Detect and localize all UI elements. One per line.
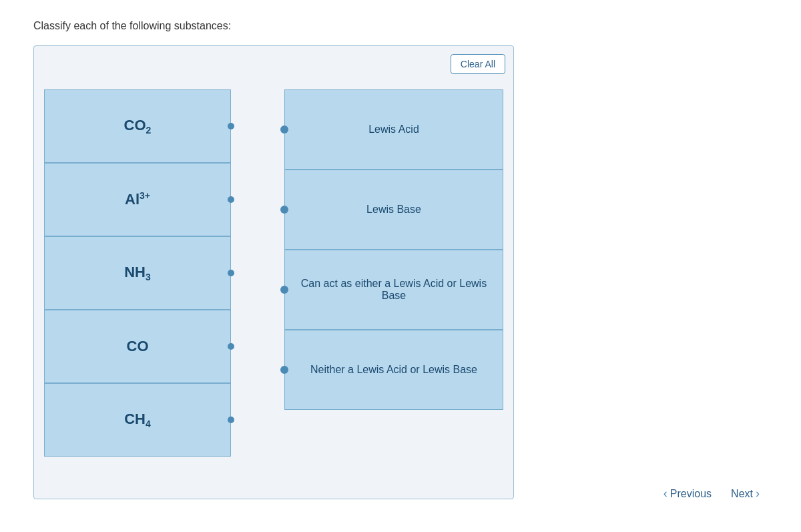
substance-co2-dot [228, 123, 234, 129]
category-lewis-acid-dot [280, 125, 288, 134]
category-neither-dot [280, 366, 288, 374]
category-lewis-base-label: Lewis Base [366, 204, 421, 216]
substance-ch4-dot [228, 417, 234, 423]
substance-nh3-formula: NH3 [124, 264, 151, 282]
substance-co2-formula: CO2 [124, 117, 152, 136]
category-neither[interactable]: Neither a Lewis Acid or Lewis Base [284, 330, 503, 410]
category-either-dot [280, 286, 288, 294]
page-container: Classify each of the following substance… [0, 0, 801, 519]
chevron-left-icon: ‹ [663, 487, 668, 501]
substance-ch4[interactable]: CH4 [44, 383, 231, 457]
chevron-right-icon: › [756, 487, 760, 501]
substance-al3-dot [228, 196, 234, 203]
categories-column: Lewis Acid Lewis Base Can act as either … [284, 89, 503, 457]
substance-al3[interactable]: Al3+ [44, 163, 231, 236]
substance-co[interactable]: CO [44, 310, 231, 383]
substance-nh3[interactable]: NH3 [44, 236, 231, 310]
next-label: Next [731, 488, 753, 500]
substance-co-dot [228, 343, 234, 350]
category-either-label: Can act as either a Lewis Acid or Lewis … [298, 278, 489, 302]
substance-al3-formula: Al3+ [125, 190, 150, 208]
category-neither-label: Neither a Lewis Acid or Lewis Base [310, 364, 477, 376]
main-box: Clear All CO2 Al3+ NH3 CO [33, 45, 514, 499]
substance-ch4-formula: CH4 [124, 411, 151, 429]
next-button[interactable]: Next › [723, 481, 768, 506]
category-lewis-base-dot [280, 206, 288, 214]
category-either[interactable]: Can act as either a Lewis Acid or Lewis … [284, 250, 503, 330]
category-lewis-acid-label: Lewis Acid [368, 123, 419, 136]
category-lewis-acid[interactable]: Lewis Acid [284, 89, 503, 170]
previous-button[interactable]: ‹ Previous [655, 481, 720, 506]
previous-label: Previous [670, 488, 712, 500]
instruction: Classify each of the following substance… [33, 20, 768, 32]
category-lewis-base[interactable]: Lewis Base [284, 170, 503, 250]
substance-co-formula: CO [127, 338, 149, 355]
columns-area: CO2 Al3+ NH3 CO CH4 [44, 89, 503, 457]
clear-all-button[interactable]: Clear All [451, 54, 505, 74]
substance-co2[interactable]: CO2 [44, 89, 231, 163]
navigation-buttons: ‹ Previous Next › [655, 481, 768, 506]
substances-column: CO2 Al3+ NH3 CO CH4 [44, 89, 231, 457]
connector-area [231, 89, 284, 457]
substance-nh3-dot [228, 270, 234, 276]
